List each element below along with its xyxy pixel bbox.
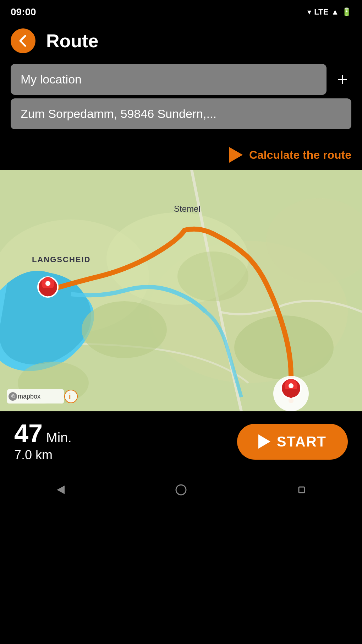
- android-recent-icon: [295, 483, 309, 497]
- svg-point-5: [82, 301, 167, 358]
- battery-icon: 🔋: [342, 7, 351, 17]
- route-time-unit: Min.: [46, 430, 72, 445]
- start-button[interactable]: START: [237, 424, 348, 460]
- back-icon: [17, 34, 29, 47]
- android-home-icon: [174, 483, 188, 497]
- svg-text:mapbox: mapbox: [18, 393, 40, 400]
- lte-label: LTE: [314, 7, 328, 17]
- status-icons: ▾ LTE ▲ 🔋: [307, 7, 351, 17]
- android-recent-button[interactable]: [287, 476, 316, 504]
- route-time-number: 47: [14, 421, 43, 446]
- back-button[interactable]: [11, 28, 35, 53]
- svg-rect-28: [299, 487, 305, 493]
- add-waypoint-button[interactable]: +: [334, 70, 351, 89]
- destination-input[interactable]: [11, 98, 351, 129]
- signal-icon: ▲: [331, 7, 339, 17]
- svg-point-6: [177, 251, 248, 301]
- page-title: Route: [46, 30, 98, 52]
- origin-input[interactable]: [11, 64, 327, 95]
- wifi-icon: ▾: [307, 7, 311, 17]
- svg-point-17: [289, 383, 294, 388]
- svg-point-27: [176, 485, 186, 495]
- svg-text:©: ©: [11, 394, 15, 399]
- svg-text:i: i: [69, 393, 71, 400]
- route-info: 47 Min. 7.0 km: [14, 421, 72, 462]
- origin-row: +: [11, 64, 351, 95]
- svg-point-12: [45, 281, 50, 286]
- android-nav: [0, 472, 362, 507]
- android-back-button[interactable]: [46, 476, 75, 504]
- inputs-section: +: [0, 60, 362, 136]
- status-bar: 09:00 ▾ LTE ▲ 🔋: [0, 0, 362, 21]
- start-icon: [258, 434, 270, 449]
- map-svg: LANGSCHEID Stemel mapbox © i: [0, 170, 362, 411]
- svg-text:LANGSCHEID: LANGSCHEID: [32, 255, 90, 264]
- status-time: 09:00: [11, 6, 36, 18]
- bottom-bar: 47 Min. 7.0 km START: [0, 411, 362, 472]
- destination-row: [11, 98, 351, 129]
- svg-text:Stemel: Stemel: [174, 204, 201, 213]
- header: Route: [0, 21, 362, 60]
- android-home-button[interactable]: [167, 476, 195, 504]
- calculate-row: Calculate the route: [0, 136, 362, 170]
- calculate-icon: [229, 147, 243, 163]
- calculate-button[interactable]: Calculate the route: [249, 148, 351, 162]
- route-distance: 7.0 km: [14, 448, 72, 462]
- android-back-icon: [53, 483, 67, 497]
- svg-marker-26: [57, 486, 65, 494]
- start-label: START: [277, 434, 327, 450]
- map-container[interactable]: LANGSCHEID Stemel mapbox © i: [0, 170, 362, 411]
- route-time: 47 Min.: [14, 421, 72, 446]
- svg-point-24: [65, 390, 77, 403]
